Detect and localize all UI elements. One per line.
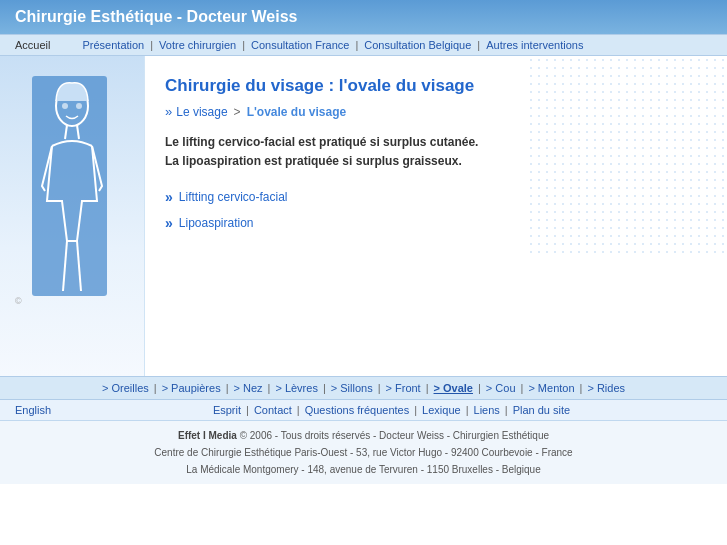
intro-line1: Le lifting cervico-facial est pratiqué s… xyxy=(165,135,478,149)
intro-text: Le lifting cervico-facial est pratiqué s… xyxy=(165,133,702,171)
main-content: © Chirurgie du visage : l'ovale du visag… xyxy=(0,56,727,376)
nav-presentation[interactable]: Présentation xyxy=(82,39,144,51)
bnav-front[interactable]: > Front xyxy=(386,382,421,394)
fnav-esprit[interactable]: Esprit xyxy=(213,404,241,416)
footer-brand: Effet I Media xyxy=(178,430,237,441)
menu-link-lifting[interactable]: Liftting cervico-facial xyxy=(179,190,288,204)
nav-sep-1: | xyxy=(150,39,153,51)
footer-info: Effet I Media Effet I Media © 2006 - Tou… xyxy=(0,421,727,484)
nav-sep-3: | xyxy=(355,39,358,51)
arrow-icon-breadcrumb: » xyxy=(165,104,172,119)
bnav-paupieres[interactable]: > Paupières xyxy=(162,382,221,394)
fnav-lexique[interactable]: Lexique xyxy=(422,404,461,416)
nav-votre-chirurgien[interactable]: Votre chirurgien xyxy=(159,39,236,51)
intro-line2: La lipoaspiration est pratiquée si surpl… xyxy=(165,154,462,168)
footer-nav: English Esprit | Contact | Questions fré… xyxy=(0,400,727,421)
nav-consultation-france[interactable]: Consultation France xyxy=(251,39,349,51)
fnav-plan[interactable]: Plan du site xyxy=(513,404,570,416)
nav-sep-4: | xyxy=(477,39,480,51)
nav-consultation-belgique[interactable]: Consultation Belgique xyxy=(364,39,471,51)
menu-item-lipoaspiration[interactable]: » Lipoaspiration xyxy=(165,215,702,231)
page-title: Chirurgie du visage : l'ovale du visage xyxy=(165,76,702,96)
bnav-cou[interactable]: > Cou xyxy=(486,382,516,394)
copyright-label: © xyxy=(5,296,22,306)
bnav-nez[interactable]: > Nez xyxy=(234,382,263,394)
header: Chirurgie Esthétique - Docteur Weiss xyxy=(0,0,727,34)
content-area: Chirurgie du visage : l'ovale du visage … xyxy=(145,56,727,376)
bnav-oreilles[interactable]: > Oreilles xyxy=(102,382,149,394)
bnav-ovale[interactable]: > Ovale xyxy=(434,382,473,394)
nav-autres[interactable]: Autres interventions xyxy=(486,39,583,51)
nav-sep-2: | xyxy=(242,39,245,51)
language-link[interactable]: English xyxy=(15,404,51,416)
bnav-menton[interactable]: > Menton xyxy=(528,382,574,394)
left-panel: © xyxy=(0,56,145,376)
svg-point-7 xyxy=(76,103,82,109)
breadcrumb: » Le visage > L'ovale du visage xyxy=(165,104,702,119)
bnav-levres[interactable]: > Lèvres xyxy=(275,382,318,394)
fnav-faq[interactable]: Questions fréquentes xyxy=(305,404,410,416)
dbl-arrow-icon-2: » xyxy=(165,215,173,231)
footer-line1: Effet I Media Effet I Media © 2006 - Tou… xyxy=(15,427,712,444)
breadcrumb-current: L'ovale du visage xyxy=(247,105,347,119)
footer-line3: La Médicale Montgomery - 148, avenue de … xyxy=(15,461,712,478)
footer-line2: Centre de Chirurgie Esthétique Paris-Oue… xyxy=(15,444,712,461)
footer-nav-items: Esprit | Contact | Questions fréquentes … xyxy=(71,404,712,416)
bottom-nav: > Oreilles | > Paupières | > Nez | > Lèv… xyxy=(0,376,727,400)
breadcrumb-sep: > xyxy=(234,105,241,119)
body-figure xyxy=(27,71,117,291)
top-nav: Accueil Présentation | Votre chirurgien … xyxy=(0,34,727,56)
menu-link-lipoaspiration[interactable]: Lipoaspiration xyxy=(179,216,254,230)
bnav-rides[interactable]: > Rides xyxy=(587,382,625,394)
nav-home[interactable]: Accueil xyxy=(15,39,50,51)
breadcrumb-parent[interactable]: Le visage xyxy=(176,105,227,119)
menu-item-lifting[interactable]: » Liftting cervico-facial xyxy=(165,189,702,205)
dbl-arrow-icon-1: » xyxy=(165,189,173,205)
fnav-contact[interactable]: Contact xyxy=(254,404,292,416)
site-title: Chirurgie Esthétique - Docteur Weiss xyxy=(15,8,712,26)
fnav-liens[interactable]: Liens xyxy=(474,404,500,416)
bnav-sillons[interactable]: > Sillons xyxy=(331,382,373,394)
svg-point-6 xyxy=(62,103,68,109)
